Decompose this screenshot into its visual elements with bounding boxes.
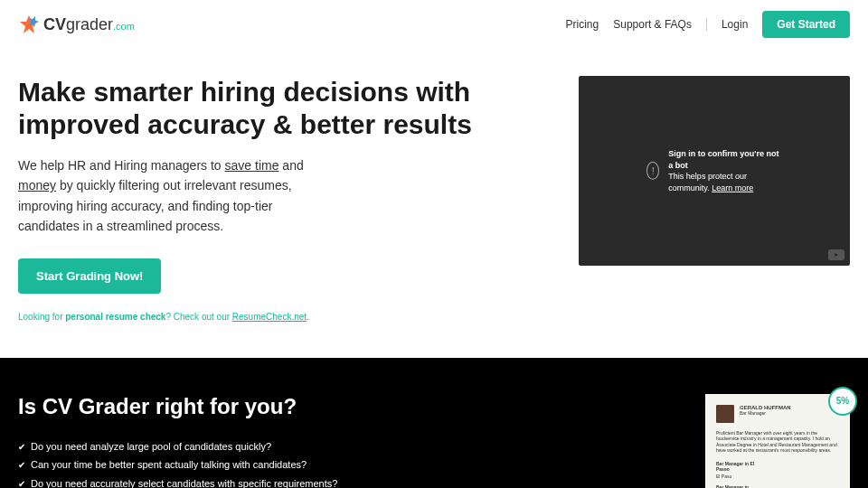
resumecheck-link[interactable]: ResumeCheck.net bbox=[232, 312, 307, 322]
video-learn-more-link[interactable]: Learn more bbox=[712, 183, 753, 192]
youtube-icon bbox=[828, 249, 844, 260]
checklist-item: ✔Do you need accurately select candidate… bbox=[18, 474, 669, 488]
nav-pricing[interactable]: Pricing bbox=[566, 18, 599, 31]
resume-summary: Proficient Bar Manager with over eight y… bbox=[716, 430, 839, 454]
logo-text: CVgrader.com bbox=[43, 15, 135, 34]
video-overlay: ! Sign in to confirm you're not a bot Th… bbox=[646, 148, 782, 193]
video-embed[interactable]: ! Sign in to confirm you're not a bot Th… bbox=[579, 76, 850, 266]
resume-name: GERALD HUFFMAN bbox=[740, 405, 791, 410]
checklist-item: ✔Do you need analyze large pool of candi… bbox=[18, 437, 669, 456]
resume-photo bbox=[716, 405, 734, 423]
hero-description: We help HR and Hiring managers to save t… bbox=[18, 155, 326, 237]
video-signin-text: Sign in to confirm you're not a bot bbox=[668, 148, 782, 171]
checklist-item: ✔Can your time be better spent actually … bbox=[18, 455, 669, 474]
resume-preview: 5% GERALD HUFFMAN Bar Manager Proficient… bbox=[705, 394, 850, 488]
score-badge: 5% bbox=[828, 387, 857, 416]
logo-icon bbox=[18, 14, 40, 35]
start-grading-button[interactable]: Start Grading Now! bbox=[18, 258, 161, 294]
get-started-button[interactable]: Get Started bbox=[762, 11, 850, 38]
hero-title: Make smarter hiring decisions with impro… bbox=[18, 76, 552, 141]
check-icon: ✔ bbox=[18, 475, 25, 488]
section-title: Is CV Grader right for you? bbox=[18, 394, 669, 419]
info-icon: ! bbox=[646, 162, 659, 180]
hero-subtext: Looking for personal resume check? Check… bbox=[18, 312, 552, 322]
check-icon: ✔ bbox=[18, 438, 25, 455]
nav-divider bbox=[706, 18, 707, 31]
nav-login[interactable]: Login bbox=[722, 18, 748, 31]
nav-support[interactable]: Support & FAQs bbox=[613, 18, 692, 31]
nav: Pricing Support & FAQs Login Get Started bbox=[566, 11, 850, 38]
check-icon: ✔ bbox=[18, 456, 25, 474]
checklist: ✔Do you need analyze large pool of candi… bbox=[18, 437, 669, 488]
logo[interactable]: CVgrader.com bbox=[18, 14, 135, 35]
